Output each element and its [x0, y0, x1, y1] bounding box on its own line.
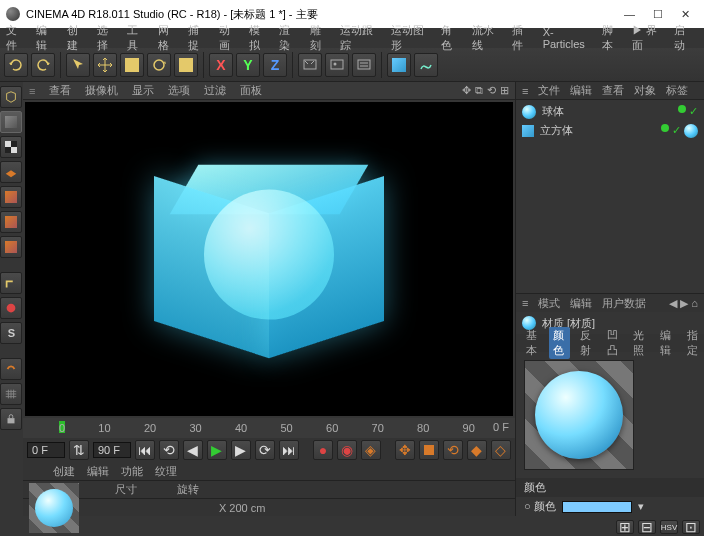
footer-hsv-button[interactable]: HSV [660, 520, 678, 534]
object-row[interactable]: 球体 ✓ [522, 104, 698, 119]
footer-btn-4[interactable]: ⊡ [682, 520, 700, 534]
recent-tool[interactable] [174, 53, 198, 77]
edge-mode[interactable] [0, 211, 22, 233]
y-axis-toggle[interactable]: Y [236, 53, 260, 77]
menu-mograph[interactable]: 运动图形 [391, 23, 432, 53]
vp-display[interactable]: 显示 [132, 83, 154, 98]
menu-create[interactable]: 创建 [67, 23, 87, 53]
next-frame-button[interactable]: ▶ [231, 440, 251, 460]
render-view-button[interactable] [298, 53, 322, 77]
menu-tools[interactable]: 工具 [127, 23, 147, 53]
menu-sculpt[interactable]: 雕刻 [310, 23, 330, 53]
menu-edit[interactable]: 编辑 [36, 23, 56, 53]
polygon-mode[interactable] [0, 236, 22, 258]
layout-label[interactable]: ▶ 界面 [632, 23, 665, 53]
mattab-reflect[interactable]: 反射 [576, 327, 597, 359]
menu-snap[interactable]: 捕捉 [188, 23, 208, 53]
menu-select[interactable]: 选择 [97, 23, 117, 53]
vp-panel[interactable]: 面板 [240, 83, 262, 98]
frame-spinner[interactable]: ⇅ [69, 440, 89, 460]
obj-tab-object[interactable]: 对象 [634, 83, 656, 98]
timeline-ruler[interactable]: 0 10 20 30 40 50 60 70 80 90 0 F [23, 418, 515, 438]
object-row[interactable]: 立方体 ✓ [522, 123, 698, 138]
material-tag-icon[interactable] [684, 124, 698, 138]
vp-nav-icon[interactable]: ✥ [462, 84, 471, 97]
prev-frame-button[interactable]: ◀ [183, 440, 203, 460]
mattab-editor[interactable]: 编辑 [656, 327, 677, 359]
vis-toggle[interactable]: ✓ [689, 105, 698, 118]
menu-plugins[interactable]: 插件 [512, 23, 532, 53]
menu-simulate[interactable]: 模拟 [249, 23, 269, 53]
key-move-button[interactable]: ✥ [395, 440, 415, 460]
obj-tab-view[interactable]: 查看 [602, 83, 624, 98]
next-key-button[interactable]: ⟳ [255, 440, 275, 460]
menu-tracker[interactable]: 运动跟踪 [340, 23, 381, 53]
menu-character[interactable]: 角色 [441, 23, 461, 53]
attr-dropdown-icon[interactable]: ≡ [522, 297, 528, 309]
lock-tool[interactable] [0, 408, 22, 430]
key-pla-button[interactable]: ◇ [491, 440, 511, 460]
viewport-solo-tool[interactable] [0, 297, 22, 319]
vp-filter[interactable]: 过滤 [204, 83, 226, 98]
menu-script[interactable]: 脚本 [602, 23, 622, 53]
color-swatch[interactable] [562, 501, 632, 513]
menu-pipeline[interactable]: 流水线 [472, 23, 503, 53]
model-mode[interactable] [0, 111, 22, 133]
key-rotate-button[interactable]: ⟲ [443, 440, 463, 460]
obj-tab-file[interactable]: 文件 [538, 83, 560, 98]
obj-dropdown-icon[interactable]: ≡ [522, 85, 528, 97]
vp-options[interactable]: 选项 [168, 83, 190, 98]
viewport[interactable] [25, 102, 513, 416]
render-picture-button[interactable] [325, 53, 349, 77]
prev-key-button[interactable]: ⟲ [159, 440, 179, 460]
add-primitive-button[interactable] [387, 53, 411, 77]
obj-tab-tags[interactable]: 标签 [666, 83, 688, 98]
live-select-tool[interactable] [66, 53, 90, 77]
minimize-button[interactable]: — [624, 8, 635, 21]
vp-view[interactable]: 查看 [49, 83, 71, 98]
add-spline-button[interactable] [414, 53, 438, 77]
bt-texture[interactable]: 纹理 [155, 464, 177, 479]
footer-btn-2[interactable]: ⊟ [638, 520, 656, 534]
close-button[interactable]: ✕ [681, 8, 690, 21]
menu-animate[interactable]: 动画 [219, 23, 239, 53]
bt-edit[interactable]: 编辑 [87, 464, 109, 479]
vis-toggle[interactable]: ✓ [672, 124, 681, 138]
key-scale-button[interactable] [419, 440, 439, 460]
material-preview[interactable] [524, 360, 634, 470]
mattab-assign[interactable]: 指定 [683, 327, 704, 359]
menu-file[interactable]: 文件 [6, 23, 26, 53]
key-param-button[interactable]: ◆ [467, 440, 487, 460]
x-axis-toggle[interactable]: X [209, 53, 233, 77]
vp-camera[interactable]: 摄像机 [85, 83, 118, 98]
mattab-bump[interactable]: 凹凸 [603, 327, 624, 359]
scale-tool[interactable] [120, 53, 144, 77]
menu-render[interactable]: 渲染 [279, 23, 299, 53]
vp-zoom-icon[interactable]: ⧉ [475, 84, 483, 97]
snap-toggle[interactable]: S [0, 322, 22, 344]
vp-dropdown-icon[interactable]: ≡ [29, 85, 35, 97]
goto-start-button[interactable]: ⏮ [135, 440, 155, 460]
bt-create[interactable]: 创建 [53, 464, 75, 479]
mattab-color[interactable]: 颜色 [549, 327, 570, 359]
attr-tab-userdata[interactable]: 用户数据 [602, 296, 646, 311]
autokey-button[interactable]: ◉ [337, 440, 357, 460]
object-name[interactable]: 球体 [542, 104, 564, 119]
z-axis-toggle[interactable]: Z [263, 53, 287, 77]
color-picker-icon[interactable]: ▾ [638, 500, 644, 513]
frame-from-field[interactable]: 0 F [27, 442, 65, 458]
vp-layout-icon[interactable]: ⊞ [500, 84, 509, 97]
play-button[interactable]: ▶ [207, 440, 227, 460]
object-manager[interactable]: 球体 ✓ 立方体 ✓ [516, 100, 704, 142]
axis-tool[interactable] [0, 272, 22, 294]
footer-btn-1[interactable]: ⊞ [616, 520, 634, 534]
mattab-basic[interactable]: 基本 [522, 327, 543, 359]
frame-to-field[interactable]: 90 F [93, 442, 131, 458]
layout-value[interactable]: 启动 [674, 23, 694, 53]
bt-function[interactable]: 功能 [121, 464, 143, 479]
material-thumb[interactable] [29, 483, 79, 533]
mattab-lum[interactable]: 光照 [629, 327, 650, 359]
coord-x-val[interactable]: X 200 cm [219, 502, 265, 514]
workplane-mode[interactable] [0, 161, 22, 183]
goto-end-button[interactable]: ⏭ [279, 440, 299, 460]
